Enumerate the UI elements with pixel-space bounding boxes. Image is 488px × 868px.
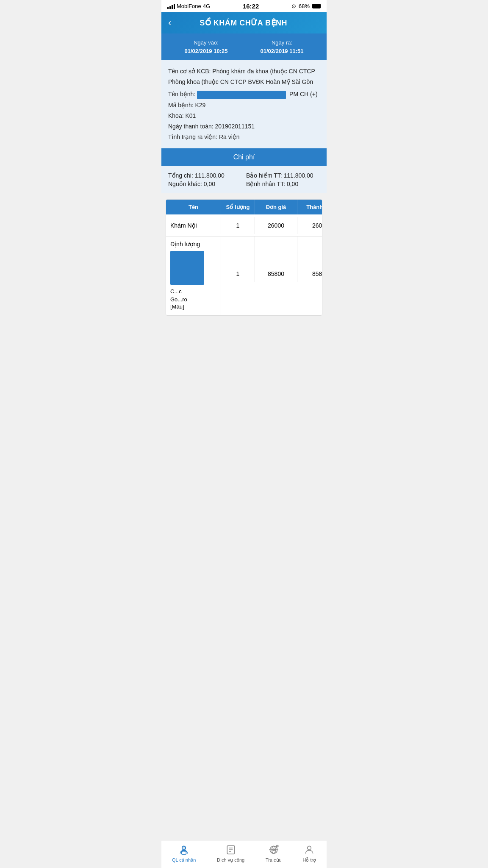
page-title: SỔ KHÁM CHỮA BỆNH	[175, 18, 311, 28]
ten-benh-suffix: PM CH (+)	[289, 91, 318, 97]
col-ten: Tên	[166, 200, 221, 214]
benh-nhan-label: Bệnh nhân TT:	[246, 181, 285, 187]
date-ra-label: Ngày ra:	[244, 39, 320, 47]
carrier-label: MobiFone	[177, 3, 201, 9]
row1-don-gia: 26000	[255, 217, 297, 234]
date-vao-value: 01/02/2019 10:25	[168, 47, 244, 56]
status-right: ⊙ 68%	[291, 3, 321, 9]
benh-nhan-row: Bệnh nhân TT: 0,00	[246, 181, 320, 187]
ten-benh-row: Tên bệnh: PM CH (+)	[168, 89, 320, 100]
status-left: MobiFone 4G	[167, 3, 210, 9]
date-vao-label: Ngày vào:	[168, 39, 244, 47]
row2-name-middle: C...cGo...ro	[170, 288, 218, 303]
row2-name: Định lượng C...cGo...ro [Máu]	[166, 236, 221, 314]
header: ‹ SỔ KHÁM CHỮA BỆNH	[161, 12, 327, 33]
chi-phi-header: Chi phí	[161, 148, 327, 166]
row2-name-top: Định lượng	[170, 241, 218, 248]
bao-hiem-value: 111.800,00	[284, 172, 313, 179]
row2-so-luong: 1	[221, 236, 255, 282]
date-ra: Ngày ra: 01/02/2019 11:51	[244, 39, 320, 55]
row2-name-redacted	[170, 249, 218, 288]
signal-icon	[167, 4, 175, 9]
bao-hiem-row: Bảo hiểm TT: 111.800,00	[246, 172, 320, 179]
info-section: Tên cơ sở KCB: Phòng khám đa khoa (thuộc…	[161, 60, 327, 148]
battery-icon: ⊙	[291, 3, 296, 9]
row1-name: Khám Nội	[166, 217, 221, 234]
ma-benh-row: Mã bệnh: K29	[168, 100, 320, 111]
back-button[interactable]: ‹	[168, 17, 171, 28]
bao-hiem-label: Bảo hiểm TT:	[246, 172, 282, 179]
nguon-khac-label: Nguồn khác:	[168, 181, 202, 187]
tinh-trang-row: Tình trạng ra viện: Ra viện	[168, 132, 320, 142]
ten-benh-label: Tên bệnh:	[168, 91, 197, 97]
cost-section: Tổng chi: 111.800,00 Bảo hiểm TT: 111.80…	[161, 166, 327, 193]
table-row: Định lượng C...cGo...ro [Máu] 1 85800 85…	[166, 236, 322, 315]
redacted-block	[170, 251, 204, 285]
tong-chi-label: Tổng chi:	[168, 172, 193, 179]
status-bar: MobiFone 4G 16:22 ⊙ 68%	[161, 0, 327, 12]
row2-thanh-tien: 85800	[297, 236, 322, 282]
nguon-khac-value: 0,00	[204, 181, 215, 187]
tong-chi-row: Tổng chi: 111.800,00	[168, 172, 242, 179]
tong-chi-value: 111.800,00	[195, 172, 225, 179]
time-label: 16:22	[243, 3, 259, 10]
ten-co-so-label: Tên cơ sở KCB:	[168, 68, 212, 75]
ten-co-so-row: Tên cơ sở KCB: Phòng khám đa khoa (thuộc…	[168, 66, 320, 87]
ngay-thanh-toan-row: Ngày thanh toán: 201902011151	[168, 121, 320, 132]
date-vao: Ngày vào: 01/02/2019 10:25	[168, 39, 244, 55]
nguon-khac-row: Nguồn khác: 0,00	[168, 181, 242, 187]
row2-name-bottom: [Máu]	[170, 303, 218, 310]
col-so-luong: Số lượng	[221, 200, 255, 214]
battery-label: 68%	[299, 3, 310, 9]
table-row: Khám Nội 1 26000 26000	[166, 214, 322, 236]
row2-don-gia: 85800	[255, 236, 297, 282]
col-thanh-tien: Thành tiền	[297, 200, 322, 214]
patient-name-redacted	[197, 91, 286, 99]
col-don-gia: Đơn giá	[255, 200, 297, 214]
services-table: Tên Số lượng Đơn giá Thành tiền Khám Nội…	[166, 199, 322, 315]
khoa-row: Khoa: K01	[168, 111, 320, 121]
row1-so-luong: 1	[221, 217, 255, 234]
table-header: Tên Số lượng Đơn giá Thành tiền	[166, 200, 322, 214]
date-ra-value: 01/02/2019 11:51	[244, 47, 320, 56]
network-label: 4G	[203, 3, 210, 9]
row1-thanh-tien: 26000	[297, 217, 322, 234]
content-area: Ngày vào: 01/02/2019 10:25 Ngày ra: 01/0…	[161, 33, 327, 356]
date-row: Ngày vào: 01/02/2019 10:25 Ngày ra: 01/0…	[161, 33, 327, 60]
benh-nhan-value: 0,00	[287, 181, 298, 187]
battery-bar-icon	[312, 4, 321, 8]
